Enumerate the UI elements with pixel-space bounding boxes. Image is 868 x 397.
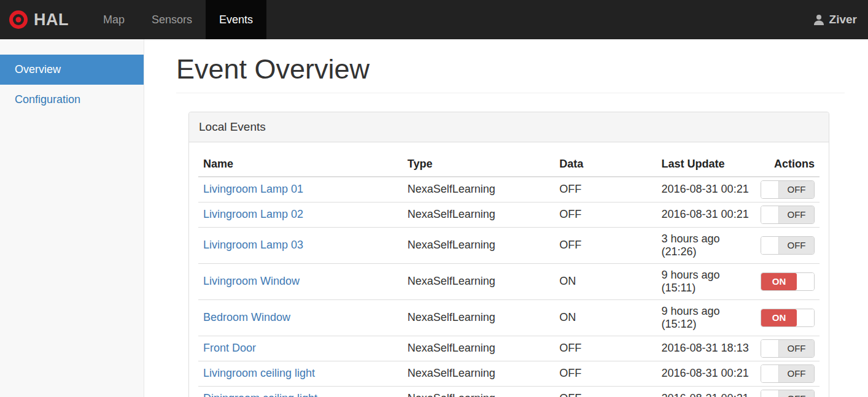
- event-name-link[interactable]: Diningroom ceiling light: [203, 392, 317, 397]
- toggle-label: OFF: [778, 340, 814, 357]
- panel-body: Name Type Data Last Update Actions Livin…: [189, 142, 829, 397]
- event-name-link[interactable]: Bedroom Window: [203, 311, 290, 323]
- event-data: OFF: [554, 386, 656, 397]
- navbar-menu: Map Sensors Events: [90, 0, 266, 39]
- event-name-link[interactable]: Livingroom Window: [203, 275, 300, 287]
- toggle-handle: [761, 181, 778, 198]
- main-content: Event Overview Local Events Name Type Da…: [144, 39, 868, 397]
- toggle-switch[interactable]: OFF: [761, 180, 815, 199]
- toggle-handle: [797, 273, 814, 290]
- event-name-link[interactable]: Livingroom Lamp 03: [203, 239, 303, 251]
- toggle-handle: [797, 309, 814, 326]
- event-last-update: 2016-08-31 18:13: [657, 336, 756, 361]
- nav-item-map[interactable]: Map: [90, 0, 138, 39]
- event-type: NexaSelfLearning: [403, 227, 554, 263]
- table-header-row: Name Type Data Last Update Actions: [198, 152, 820, 177]
- event-last-update: 3 hours ago (21:26): [657, 227, 756, 263]
- target-icon: [9, 10, 28, 29]
- event-name-link[interactable]: Front Door: [203, 342, 256, 354]
- toggle-handle: [761, 365, 778, 382]
- toggle-label: ON: [761, 309, 797, 326]
- toggle-label: OFF: [778, 237, 814, 254]
- event-name-link[interactable]: Livingroom ceiling light: [203, 367, 315, 379]
- event-type: NexaSelfLearning: [403, 202, 554, 227]
- sidebar-item-configuration[interactable]: Configuration: [0, 85, 144, 115]
- toggle-label: OFF: [778, 390, 814, 397]
- event-type: NexaSelfLearning: [403, 177, 554, 202]
- toggle-handle: [761, 390, 778, 397]
- event-last-update: 9 hours ago (15:11): [657, 263, 756, 299]
- toggle-switch[interactable]: OFF: [761, 339, 815, 358]
- event-data: OFF: [554, 336, 656, 361]
- toggle-handle: [761, 237, 778, 254]
- toggle-label: OFF: [778, 365, 814, 382]
- toggle-label: OFF: [778, 181, 814, 198]
- event-data: OFF: [554, 361, 656, 386]
- event-data: ON: [554, 263, 656, 299]
- event-last-update: 2016-08-31 00:21: [657, 202, 756, 227]
- toggle-label: OFF: [778, 206, 814, 223]
- toggle-label: ON: [761, 273, 797, 290]
- event-data: ON: [554, 299, 656, 336]
- column-header-actions: Actions: [756, 152, 820, 177]
- table-row: Livingroom ceiling light NexaSelfLearnin…: [198, 361, 820, 386]
- event-name-link[interactable]: Livingroom Lamp 02: [203, 208, 303, 220]
- toggle-handle: [761, 206, 778, 223]
- event-type: NexaSelfLearning: [403, 336, 554, 361]
- column-header-name: Name: [198, 152, 403, 177]
- table-row: Front Door NexaSelfLearning OFF 2016-08-…: [198, 336, 820, 361]
- toggle-switch[interactable]: OFF: [761, 206, 815, 224]
- column-header-last-update: Last Update: [657, 152, 756, 177]
- column-header-data: Data: [554, 152, 656, 177]
- table-row: Livingroom Lamp 03 NexaSelfLearning OFF …: [198, 227, 820, 263]
- sidebar-item-overview[interactable]: Overview: [0, 55, 144, 85]
- table-row: Bedroom Window NexaSelfLearning ON 9 hou…: [198, 299, 820, 336]
- toggle-switch[interactable]: ON: [761, 272, 815, 291]
- nav-item-sensors[interactable]: Sensors: [138, 0, 206, 39]
- toggle-handle: [761, 340, 778, 357]
- toggle-switch[interactable]: ON: [761, 309, 815, 327]
- sidebar: Overview Configuration: [0, 39, 144, 397]
- event-last-update: 2016-08-31 00:21: [657, 361, 756, 386]
- top-navbar: HAL Map Sensors Events Ziver: [0, 0, 868, 39]
- toggle-switch[interactable]: OFF: [761, 236, 815, 255]
- nav-item-events[interactable]: Events: [206, 0, 266, 39]
- event-type: NexaSelfLearning: [403, 361, 554, 386]
- event-type: NexaSelfLearning: [403, 263, 554, 299]
- user-name: Ziver: [829, 13, 857, 26]
- event-last-update: 2016-08-31 00:21: [657, 177, 756, 202]
- events-table: Name Type Data Last Update Actions Livin…: [198, 152, 820, 397]
- event-last-update: 2016-08-31 00:21: [657, 386, 756, 397]
- event-type: NexaSelfLearning: [403, 386, 554, 397]
- brand-label: HAL: [34, 10, 69, 29]
- toggle-switch[interactable]: OFF: [761, 390, 815, 397]
- user-menu[interactable]: Ziver: [802, 0, 868, 39]
- event-data: OFF: [554, 202, 656, 227]
- event-name-link[interactable]: Livingroom Lamp 01: [203, 183, 303, 195]
- table-row: Livingroom Lamp 01 NexaSelfLearning OFF …: [198, 177, 820, 202]
- event-last-update: 9 hours ago (15:12): [657, 299, 756, 336]
- events-table-body: Livingroom Lamp 01 NexaSelfLearning OFF …: [198, 177, 820, 397]
- table-row: Livingroom Window NexaSelfLearning ON 9 …: [198, 263, 820, 299]
- table-row: Livingroom Lamp 02 NexaSelfLearning OFF …: [198, 202, 820, 227]
- event-data: OFF: [554, 227, 656, 263]
- page-header: Event Overview: [176, 54, 845, 93]
- local-events-panel: Local Events Name Type Data Last Update …: [188, 112, 829, 397]
- column-header-type: Type: [403, 152, 554, 177]
- event-type: NexaSelfLearning: [403, 299, 554, 336]
- table-row: Diningroom ceiling light NexaSelfLearnin…: [198, 386, 820, 397]
- person-icon: [813, 13, 825, 26]
- event-data: OFF: [554, 177, 656, 202]
- toggle-switch[interactable]: OFF: [761, 364, 815, 383]
- page-title: Event Overview: [176, 54, 845, 85]
- page-layout: Overview Configuration Event Overview Lo…: [0, 39, 868, 397]
- panel-title: Local Events: [189, 112, 829, 142]
- brand[interactable]: HAL: [0, 0, 79, 39]
